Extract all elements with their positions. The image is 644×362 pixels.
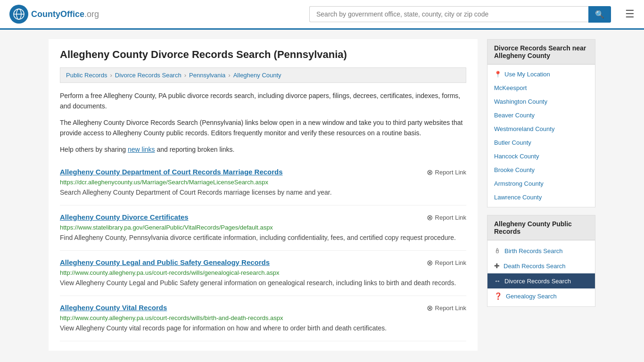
report-icon: ⊗ — [427, 258, 433, 267]
description-2: The Allegheny County Divorce Records Sea… — [60, 117, 466, 139]
nearby-location-8[interactable]: Lawrence County — [487, 190, 595, 204]
logo-text: CountyOffice.org — [31, 9, 99, 19]
result-desc: Search Allegheny County Department of Co… — [60, 188, 466, 197]
sidebar-item-divorce-records[interactable]: ↔ Divorce Records Search — [487, 273, 595, 288]
result-item: Allegheny County Department of Court Rec… — [60, 160, 466, 206]
sidebar-item-death-records[interactable]: ✚ Death Records Search — [487, 258, 595, 273]
report-link-0[interactable]: ⊗ Report Link — [427, 168, 466, 177]
result-title[interactable]: Allegheny County Department of Court Rec… — [60, 168, 283, 176]
report-link-1[interactable]: ⊗ Report Link — [427, 213, 466, 222]
page-wrapper: Allegheny County Divorce Records Search … — [39, 30, 605, 360]
result-title[interactable]: Allegheny County Legal and Public Safety… — [60, 258, 270, 266]
logo-icon — [9, 5, 28, 24]
page-title: Allegheny County Divorce Records Search … — [60, 49, 466, 61]
search-input[interactable] — [309, 6, 588, 22]
breadcrumb: Public Records › Divorce Records Search … — [60, 67, 466, 83]
report-icon: ⊗ — [427, 304, 433, 313]
report-icon: ⊗ — [427, 213, 433, 222]
nearby-location-5[interactable]: Hancock County — [487, 149, 595, 163]
death-records-icon: ✚ — [494, 262, 500, 270]
public-records-box: Allegheny County Public Records 🕯 Birth … — [487, 215, 595, 307]
sidebar: Divorce Records Search near Allegheny Co… — [487, 39, 595, 351]
nearby-locations-box: Divorce Records Search near Allegheny Co… — [487, 39, 595, 207]
hamburger-menu-button[interactable]: ☰ — [625, 8, 635, 20]
new-links-link[interactable]: new links — [128, 146, 155, 153]
nearby-location-3[interactable]: Westmoreland County — [487, 122, 595, 136]
breadcrumb-pennsylvania[interactable]: Pennsylvania — [189, 72, 225, 79]
breadcrumb-public-records[interactable]: Public Records — [66, 72, 107, 79]
report-link-3[interactable]: ⊗ Report Link — [427, 304, 466, 313]
nearby-list: 📍 Use My Location McKeesport Washington … — [487, 65, 595, 207]
result-url[interactable]: http://www.county.allegheny.pa.us/court-… — [60, 314, 466, 321]
main-content: Allegheny County Divorce Records Search … — [49, 39, 478, 351]
result-desc: View Allegheny County vital records page… — [60, 323, 466, 333]
results-list: Allegheny County Department of Court Rec… — [60, 160, 466, 341]
nearby-location-0[interactable]: McKeesport — [487, 81, 595, 95]
divorce-records-icon: ↔ — [494, 277, 501, 285]
result-desc: View Allegheny County Legal and Public S… — [60, 278, 466, 288]
nearby-location-2[interactable]: Beaver County — [487, 108, 595, 122]
logo-link[interactable]: CountyOffice.org — [9, 5, 99, 24]
search-bar: 🔍 — [309, 6, 611, 23]
sidebar-item-genealogy-search[interactable]: ❓ Genealogy Search — [487, 288, 595, 304]
search-button[interactable]: 🔍 — [588, 6, 611, 23]
result-item: Allegheny County Divorce Certificates ⊗ … — [60, 206, 466, 251]
result-url[interactable]: https://www.statelibrary.pa.gov/GeneralP… — [60, 224, 466, 231]
nearby-location-1[interactable]: Washington County — [487, 95, 595, 108]
nearby-header: Divorce Records Search near Allegheny Co… — [487, 40, 595, 65]
nearby-location-7[interactable]: Armstrong County — [487, 177, 595, 190]
location-pin-icon: 📍 — [494, 71, 502, 78]
report-icon: ⊗ — [427, 168, 433, 177]
public-records-list: 🕯 Birth Records Search ✚ Death Records S… — [487, 240, 595, 306]
public-records-header: Allegheny County Public Records — [487, 215, 595, 240]
result-url[interactable]: http://www.county.allegheny.pa.us/court-… — [60, 269, 466, 276]
result-title[interactable]: Allegheny County Vital Records — [60, 304, 167, 312]
genealogy-icon: ❓ — [494, 292, 502, 300]
nearby-location-4[interactable]: Butler County — [487, 136, 595, 149]
nearby-location-6[interactable]: Brooke County — [487, 163, 595, 177]
report-link-2[interactable]: ⊗ Report Link — [427, 258, 466, 267]
site-header: CountyOffice.org 🔍 ☰ — [0, 0, 644, 30]
description-1: Perform a free Allegheny County, PA publ… — [60, 90, 466, 112]
description-3: Help others by sharing new links and rep… — [60, 144, 466, 155]
birth-records-icon: 🕯 — [494, 247, 501, 255]
breadcrumb-allegheny-county[interactable]: Allegheny County — [233, 72, 281, 79]
result-item: Allegheny County Legal and Public Safety… — [60, 251, 466, 296]
sidebar-item-birth-records[interactable]: 🕯 Birth Records Search — [487, 243, 595, 258]
result-url[interactable]: https://dcr.alleghenycounty.us/Marriage/… — [60, 179, 466, 186]
result-title[interactable]: Allegheny County Divorce Certificates — [60, 213, 189, 221]
result-desc: Find Allegheny County, Pennsylvania divo… — [60, 233, 466, 243]
result-item: Allegheny County Vital Records ⊗ Report … — [60, 296, 466, 341]
use-my-location[interactable]: 📍 Use My Location — [487, 67, 595, 81]
breadcrumb-divorce-records-search[interactable]: Divorce Records Search — [115, 72, 182, 79]
